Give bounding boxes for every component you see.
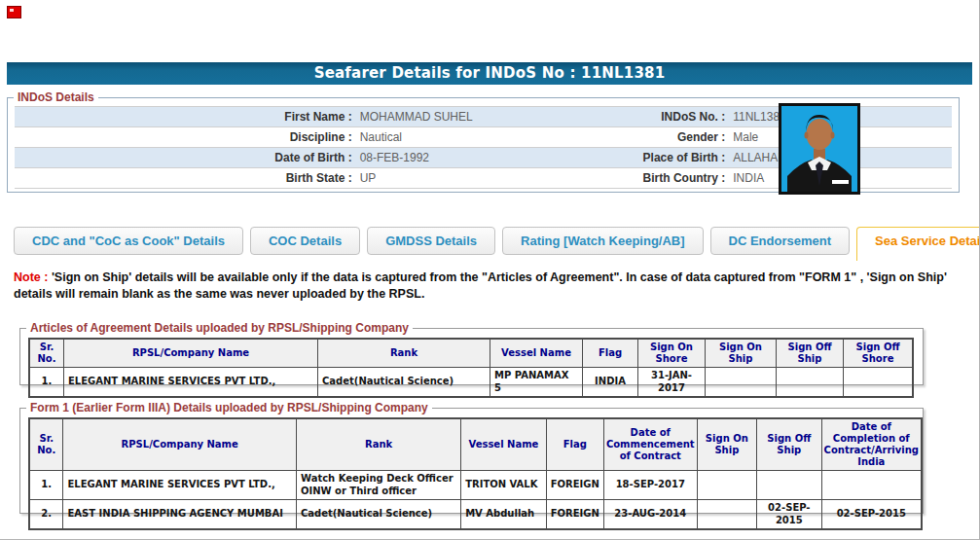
col-header: Date of Commencement of Contract bbox=[603, 418, 697, 471]
col-header: Sign On Ship bbox=[706, 339, 777, 368]
indos-details-legend: INDoS Details bbox=[14, 90, 98, 104]
tab-bar: CDC and "CoC as Cook" Details COC Detail… bbox=[14, 227, 980, 261]
table-cell: Cadet(Nautical Science) bbox=[296, 500, 460, 530]
col-header: Rank bbox=[318, 339, 490, 368]
tab-rating-watch-keeping[interactable]: Rating [Watch Keeping/AB] bbox=[502, 227, 704, 255]
table-cell: MP PANAMAX 5 bbox=[490, 368, 583, 398]
table-cell bbox=[821, 471, 922, 500]
col-header: Flag bbox=[583, 339, 638, 368]
note-text: Note : 'Sign on Ship' details will be av… bbox=[14, 270, 965, 303]
col-header: RPSL/Company Name bbox=[64, 339, 318, 368]
table-cell: ELEGANT MARINE SERVICES PVT LTD., bbox=[64, 368, 318, 398]
table-cell: 31-JAN-2017 bbox=[638, 368, 706, 398]
field-label: Birth Country : bbox=[547, 168, 725, 188]
field-label: Birth State : bbox=[15, 168, 352, 188]
note-prefix: Note : bbox=[14, 270, 48, 284]
field-label: Discipline : bbox=[15, 127, 352, 147]
field-label: Date of Birth : bbox=[15, 148, 352, 167]
seafarer-photo bbox=[779, 103, 860, 195]
table-cell: 02-SEP-2015 bbox=[757, 500, 822, 530]
table-cell bbox=[706, 368, 777, 398]
table-header-row: Sr. No. RPSL/Company Name Rank Vessel Na… bbox=[29, 339, 913, 368]
table-row: 1. ELEGANT MARINE SERVICES PVT LTD., Wat… bbox=[29, 471, 922, 500]
table-cell: INDIA bbox=[583, 368, 638, 398]
col-header: Sign Off Shore bbox=[844, 339, 914, 368]
page: Seafarer Details for INDoS No : 11NL1381… bbox=[0, 0, 980, 540]
articles-table: Sr. No. RPSL/Company Name Rank Vessel Na… bbox=[28, 338, 914, 398]
table-cell: 1. bbox=[29, 471, 63, 500]
col-header: Sign Off Ship bbox=[757, 418, 822, 471]
col-header: Vessel Name bbox=[490, 339, 583, 368]
broken-image-icon bbox=[7, 6, 21, 18]
table-cell: FOREIGN bbox=[546, 471, 603, 500]
field-label: Place of Birth : bbox=[547, 148, 725, 167]
col-header: Vessel Name bbox=[461, 418, 547, 471]
col-header: Date of Completion of Contract/Arriving … bbox=[821, 418, 922, 471]
col-header: Flag bbox=[546, 418, 603, 471]
form1-table: Sr. No. RPSL/Company Name Rank Vessel Na… bbox=[28, 417, 923, 530]
table-cell: TRITON VALK bbox=[461, 471, 547, 500]
table-cell bbox=[757, 471, 822, 500]
table-cell: 1. bbox=[29, 368, 64, 398]
tab-gmdss-details[interactable]: GMDSS Details bbox=[367, 227, 495, 255]
col-header: Sr. No. bbox=[29, 418, 63, 471]
articles-legend: Articles of Agreement Details uploaded b… bbox=[26, 321, 413, 335]
field-label: Gender : bbox=[547, 127, 725, 147]
table-cell: FOREIGN bbox=[546, 500, 603, 530]
table-cell: Watch Keeping Deck Officer OINW or Third… bbox=[296, 471, 460, 500]
table-header-row: Sr. No. RPSL/Company Name Rank Vessel Na… bbox=[29, 418, 922, 471]
field-value: 08-FEB-1992 bbox=[352, 148, 548, 167]
table-row: 1. ELEGANT MARINE SERVICES PVT LTD., Cad… bbox=[29, 368, 913, 398]
table-cell bbox=[777, 368, 844, 398]
table-cell bbox=[844, 368, 914, 398]
form1-section: Form 1 (Earlier Form IIIA) Details uploa… bbox=[19, 401, 924, 514]
table-cell: 18-SEP-2017 bbox=[603, 471, 697, 500]
form1-legend: Form 1 (Earlier Form IIIA) Details uploa… bbox=[26, 401, 432, 414]
table-cell bbox=[697, 500, 756, 530]
articles-of-agreement-section: Articles of Agreement Details uploaded b… bbox=[19, 321, 924, 385]
table-cell: 23-AUG-2014 bbox=[603, 500, 697, 530]
field-value: UP bbox=[352, 168, 548, 188]
col-header: RPSL/Company Name bbox=[63, 418, 296, 471]
table-cell: ELEGANT MARINE SERVICES PVT LTD., bbox=[63, 471, 296, 500]
field-value: MOHAMMAD SUHEL bbox=[352, 107, 548, 126]
tab-sea-service-details[interactable]: Sea Service Details bbox=[856, 227, 980, 261]
col-header: Sr. No. bbox=[29, 339, 64, 368]
table-cell: 02-SEP-2015 bbox=[821, 500, 922, 530]
table-cell bbox=[697, 471, 756, 500]
table-row: 2. EAST INDIA SHIPPING AGENCY MUMBAI Cad… bbox=[29, 500, 922, 530]
tab-dc-endorsement[interactable]: DC Endorsement bbox=[710, 227, 850, 255]
table-cell: EAST INDIA SHIPPING AGENCY MUMBAI bbox=[63, 500, 296, 530]
col-header: Rank bbox=[296, 418, 460, 471]
table-cell: 2. bbox=[29, 500, 63, 530]
table-cell: MV Abdullah bbox=[461, 500, 547, 530]
field-label: INDoS No. : bbox=[547, 107, 725, 126]
col-header: Sign On Ship bbox=[697, 418, 756, 471]
note-body: 'Sign on Ship' details will be available… bbox=[14, 270, 947, 301]
field-label: First Name : bbox=[15, 107, 352, 126]
table-cell: Cadet(Nautical Science) bbox=[318, 368, 490, 398]
col-header: Sign Off Ship bbox=[777, 339, 844, 368]
field-value: Nautical bbox=[352, 127, 548, 147]
col-header: Sign On Shore bbox=[638, 339, 706, 368]
page-title: Seafarer Details for INDoS No : 11NL1381 bbox=[7, 62, 972, 85]
tab-coc-details[interactable]: COC Details bbox=[250, 227, 360, 255]
tab-cdc-coc-as-cook[interactable]: CDC and "CoC as Cook" Details bbox=[14, 227, 243, 255]
